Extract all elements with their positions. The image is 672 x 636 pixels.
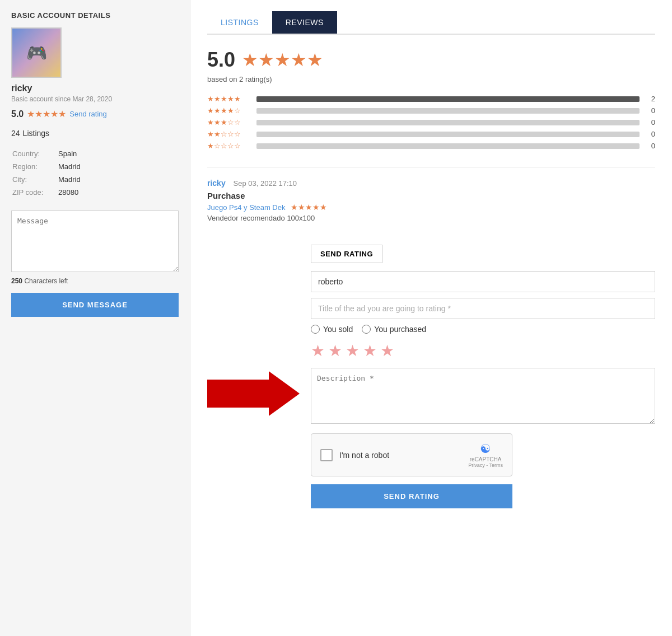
bar-stars-3: ★★★☆☆ [207,118,252,127]
bar-count-5: 2 [644,95,655,103]
reviewer-name: ricky [207,179,226,188]
captcha-links: Privacy - Terms [468,462,503,468]
review-listing-row: Juego Ps4 y Steam Dek ★★★★★ [207,203,655,212]
star-5[interactable]: ★ [380,342,394,360]
arrow-head [269,371,300,416]
region-label: Region: [12,161,57,172]
zip-value: 28080 [58,186,178,198]
bar-count-2: 0 [644,130,655,138]
account-since: Basic account since Mar 28, 2020 [11,95,179,103]
rating-summary: 5.0 ★★★★★ [207,48,655,72]
send-rating-button[interactable]: SEND RATING [311,484,512,508]
red-arrow-group [207,371,300,416]
bar-track-5 [256,96,640,102]
star-3[interactable]: ★ [346,342,360,360]
send-rating-header-button[interactable]: SEND RATING [311,245,382,263]
captcha-brand: reCAPTCHA [470,456,502,462]
big-stars: ★★★★★ [242,49,323,71]
review-text: Vendedor recomendado 100x100 [207,214,655,222]
captcha-box: I'm not a robot ☯ reCAPTCHA Privacy - Te… [311,433,512,476]
captcha-right: ☯ reCAPTCHA Privacy - Terms [468,442,503,468]
region-value: Madrid [58,161,178,172]
city-label: City: [12,174,57,185]
send-rating-area: SEND RATING You sold You purchased ★ [207,233,655,508]
arrow-body [207,380,269,408]
send-rating-form: SEND RATING You sold You purchased ★ [311,245,655,508]
review-type: Purchase [207,191,655,200]
avatar: 🎮 [11,27,62,78]
review-section: ricky Sep 03, 2022 17:10 Purchase Juego … [207,167,655,222]
bar-track-3 [256,120,640,125]
star-bars: ★★★★★ 2 ★★★★☆ 0 ★★★☆☆ 0 [207,95,655,150]
bar-track-4 [256,108,640,114]
review-header: ricky Sep 03, 2022 17:10 [207,179,655,188]
bar-row-2: ★★☆☆☆ 0 [207,130,655,138]
sidebar: BASIC ACCOUNT DETAILS 🎮 ricky Basic acco… [0,0,190,636]
user-rating-score: 5.0 [11,109,24,119]
radio-sold-label[interactable]: You sold [311,325,353,334]
captcha-checkbox[interactable] [320,449,333,461]
captcha-left: I'm not a robot [320,449,389,461]
bar-count-4: 0 [644,106,655,115]
country-label: Country: [12,148,57,160]
radio-purchased-text: You purchased [374,325,426,334]
main-content: LISTINGS REVIEWS 5.0 ★★★★★ based on 2 ra… [190,0,672,636]
city-value: Madrid [58,174,178,185]
bar-row-1: ★☆☆☆☆ 0 [207,142,655,150]
bar-row-4: ★★★★☆ 0 [207,106,655,115]
star-2[interactable]: ★ [328,342,342,360]
bar-fill-5 [256,96,640,102]
country-value: Spain [58,148,178,160]
radio-sold[interactable] [311,325,320,334]
chars-left: 250 Characters left [11,277,179,285]
bar-row-3: ★★★☆☆ 0 [207,118,655,127]
send-message-button[interactable]: SEND MESSAGE [11,293,179,317]
star-4[interactable]: ★ [363,342,377,360]
user-rating-stars: ★★★★★ [27,109,66,119]
review-date: Sep 03, 2022 17:10 [234,179,297,188]
message-textarea[interactable] [11,211,179,272]
bar-stars-2: ★★☆☆☆ [207,130,252,138]
tabs: LISTINGS REVIEWS [207,11,655,35]
star-rating-input[interactable]: ★ ★ ★ ★ ★ [311,342,655,360]
radio-purchased-label[interactable]: You purchased [362,325,426,334]
tab-listings[interactable]: LISTINGS [207,11,272,34]
review-listing: Juego Ps4 y Steam Dek [207,203,285,212]
username: ricky [11,83,179,93]
arrow-container [207,233,300,508]
bar-stars-1: ★☆☆☆☆ [207,142,252,150]
title-input[interactable] [311,298,655,319]
tab-reviews[interactable]: REVIEWS [272,11,337,34]
info-table: Country: Spain Region: Madrid City: Madr… [11,147,179,199]
bar-count-1: 0 [644,142,655,150]
bar-stars-5: ★★★★★ [207,95,252,103]
recaptcha-logo: ☯ [480,442,491,456]
description-textarea[interactable] [311,368,655,424]
radio-purchased[interactable] [362,325,371,334]
send-rating-link[interactable]: Send rating [69,110,107,118]
bar-row-5: ★★★★★ 2 [207,95,655,103]
bar-count-3: 0 [644,118,655,127]
sidebar-title: BASIC ACCOUNT DETAILS [11,11,179,20]
username-input[interactable] [311,271,655,292]
based-on: based on 2 rating(s) [207,75,655,83]
user-rating-row: 5.0 ★★★★★ Send rating [11,109,179,119]
bar-stars-4: ★★★★☆ [207,106,252,115]
star-1[interactable]: ★ [311,342,325,360]
listings-count: 24 Listings [11,127,179,139]
bar-track-1 [256,143,640,149]
big-score: 5.0 [207,48,235,72]
radio-sold-text: You sold [323,325,353,334]
review-listing-stars: ★★★★★ [291,203,327,212]
bar-track-2 [256,132,640,137]
radio-row: You sold You purchased [311,325,655,334]
captcha-text: I'm not a robot [339,451,389,460]
zip-label: ZIP code: [12,186,57,198]
